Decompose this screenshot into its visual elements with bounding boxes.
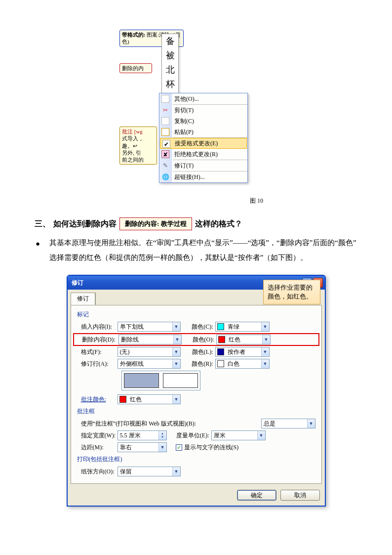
select-balloon-margin[interactable]: 靠右 ▼	[118, 442, 167, 452]
select-print-orient[interactable]: 保留 ▼	[118, 467, 181, 476]
dialog-body: 修订 选择作业需要的颜色，如红色。 标记 插入内容(I): 单下划线 ▼ 颜色(…	[68, 290, 325, 506]
menu-item-paste[interactable]: 粘贴(P)	[159, 127, 247, 137]
menu-item-hyperlink-label: 超链接(H)...	[174, 173, 205, 181]
label-changed: 修订行(A):	[77, 360, 118, 368]
select-insert-style[interactable]: 单下划线 ▼	[118, 322, 181, 332]
select-delete-color-text: 红色	[227, 336, 262, 344]
tab-panel: 选择作业需要的颜色，如红色。 标记 插入内容(I): 单下划线 ▼ 颜色(C):	[71, 305, 322, 484]
ime-item-4[interactable]: 杯	[162, 77, 178, 91]
group-balloon: 批注框 使用“批注框”(打印视图和 Web 版式视图)(B): 总是 ▼ 指定宽…	[77, 407, 315, 452]
row-format: 格式(F): (无) ▼ 颜色(L): 按作者 ▼	[77, 347, 315, 357]
select-annot-color-text: 红色	[128, 395, 172, 404]
row-print-orient: 纸张方向(O): 保留 ▼	[77, 467, 315, 476]
menu-item-revision-label: 修订(T)	[174, 162, 194, 170]
label-delete-color: 颜色(O):	[182, 336, 216, 344]
select-insert-color[interactable]: 青绿 ▼	[215, 322, 270, 332]
row-delete: 删除内容(D): 删除线 ▼ 颜色(O): 红色 ▼	[74, 335, 318, 344]
color-swatch-icon	[217, 360, 224, 367]
select-delete-color[interactable]: 红色 ▼	[216, 335, 271, 344]
group-balloon-title: 批注框	[77, 407, 315, 416]
menu-item-copy[interactable]: 复制(C)	[159, 116, 247, 127]
dialog-title: 修订	[72, 279, 83, 287]
chevron-down-icon: ▼	[172, 359, 180, 368]
group-markup-title: 标记	[77, 310, 315, 319]
select-annot-color[interactable]: 红色 ▼	[118, 394, 181, 404]
changed-lines-preview	[121, 371, 200, 390]
copy-icon	[161, 117, 169, 125]
row-annot-color: 批注颜色: 红色 ▼	[77, 394, 315, 404]
select-balloon-margin-text: 靠右	[118, 443, 158, 452]
chevron-down-icon: ▼	[261, 322, 269, 331]
select-changed-color[interactable]: 白色 ▼	[215, 359, 270, 369]
select-balloon-unit[interactable]: 厘米 ▼	[211, 430, 266, 440]
select-changed-style[interactable]: 外侧框线 ▼	[118, 359, 181, 369]
preview-page-left	[124, 373, 159, 388]
row-changed-lines: 修订行(A): 外侧框线 ▼ 颜色(R): 白色 ▼	[77, 359, 315, 369]
figure-10: 带格式的: 图案:清除（黄 色) 删除的内 批注 [wg 式导入， 趣。↩ 另外…	[35, 30, 357, 208]
select-format-style[interactable]: (无) ▼	[118, 347, 181, 357]
chevron-down-icon: ▼	[307, 419, 315, 428]
group-print: 打印(包括批注框) 纸张方向(O): 保留 ▼	[77, 455, 315, 476]
menu-item-other[interactable]: 其他(O)...	[159, 93, 247, 104]
chevron-down-icon: ▼	[261, 359, 269, 368]
balloon-format-label: 带格式的:	[122, 32, 146, 38]
ime-item-1[interactable]: 备	[162, 34, 178, 48]
checkbox-icon: ✓	[176, 444, 182, 451]
label-balloon-use: 使用“批注框”(打印视图和 Web 版式视图)(B):	[77, 420, 261, 428]
accept-icon: ✔	[162, 140, 170, 148]
label-format-color: 颜色(L):	[181, 348, 215, 356]
input-balloon-width-text: 5.5 厘米	[118, 431, 158, 440]
menu-item-accept[interactable]: ✔ 接受格式更改(E)	[160, 138, 247, 149]
color-swatch-icon	[217, 348, 224, 355]
select-print-orient-text: 保留	[118, 468, 172, 476]
ime-item-3[interactable]: 北	[162, 63, 178, 77]
select-insert-style-text: 单下划线	[118, 323, 172, 331]
menu-item-reject[interactable]: ✘ 拒绝格式更改(R)	[159, 149, 247, 160]
highlight-delete-row: 删除内容(D): 删除线 ▼ 颜色(O): 红色 ▼	[73, 333, 319, 346]
menu-item-hyperlink[interactable]: 🌐 超链接(H)...	[159, 171, 247, 182]
select-delete-style-text: 删除线	[119, 336, 173, 344]
color-swatch-icon	[119, 396, 126, 403]
select-balloon-use[interactable]: 总是 ▼	[261, 419, 315, 428]
chevron-down-icon: ▼	[262, 335, 270, 344]
select-format-color[interactable]: 按作者 ▼	[215, 347, 270, 357]
paste-icon	[161, 128, 169, 136]
input-balloon-width[interactable]: 5.5 厘米 ▲▼	[118, 430, 167, 440]
menu-item-accept-label: 接受格式更改(E)	[175, 139, 218, 148]
label-insert: 插入内容(I):	[77, 323, 118, 331]
balloon-format-line2: 色)	[122, 39, 129, 44]
tab-revision[interactable]: 修订	[71, 293, 95, 305]
menu-item-cut[interactable]: ✂ 剪切(T)	[159, 105, 247, 116]
section-text-after: 这样的格式？	[195, 219, 242, 229]
cancel-button[interactable]: 取消	[280, 490, 320, 501]
chevron-down-icon: ▼	[173, 335, 181, 344]
select-delete-style[interactable]: 删除线 ▼	[118, 335, 182, 344]
balloon-comment-l1: 批注 [wg	[122, 128, 143, 134]
group-print-title: 打印(包括批注框)	[77, 455, 315, 464]
select-changed-color-text: 白色	[226, 360, 261, 368]
balloon-comment-l3: 趣。↩	[122, 143, 137, 149]
sheet-icon	[161, 95, 169, 103]
menu-item-revision[interactable]: ✎ 修订(T)	[159, 160, 247, 171]
menu-item-cut-label: 剪切(T)	[174, 106, 194, 115]
ok-button[interactable]: 确定	[237, 490, 276, 501]
select-balloon-use-text: 总是	[262, 420, 307, 428]
row-balloon-width: 指定宽度(W): 5.5 厘米 ▲▼ 度量单位(E): 厘米 ▼	[77, 430, 315, 440]
row-balloon-use: 使用“批注框”(打印视图和 Web 版式视图)(B): 总是 ▼	[77, 419, 315, 428]
label-balloon-margin: 边距(M):	[77, 443, 118, 452]
chevron-down-icon: ▼	[261, 347, 269, 356]
select-changed-style-text: 外侧框线	[118, 360, 172, 368]
group-markup: 标记 插入内容(I): 单下划线 ▼ 颜色(C): 青绿 ▼	[77, 310, 315, 404]
menu-item-copy-label: 复制(C)	[174, 117, 194, 126]
label-format: 格式(F):	[77, 348, 118, 356]
select-insert-color-text: 青绿	[226, 323, 261, 331]
label-annot-color: 批注颜色:	[77, 395, 118, 404]
balloon-comment: 批注 [wg 式导入， 趣。↩ 另外, 引 前之间的	[119, 127, 157, 165]
edit-icon: ✎	[161, 162, 169, 170]
inline-deleted-callout: 删除的内容: 教学过程	[119, 217, 192, 230]
balloon-comment-l4: 另外, 引	[122, 150, 141, 156]
balloon-deleted-text: 删除的内	[122, 65, 144, 71]
ime-item-2[interactable]: 被	[162, 48, 178, 63]
checkbox-show-line[interactable]: ✓ 显示与文字的连线(S)	[176, 443, 239, 452]
checkbox-show-line-label: 显示与文字的连线(S)	[184, 443, 239, 452]
